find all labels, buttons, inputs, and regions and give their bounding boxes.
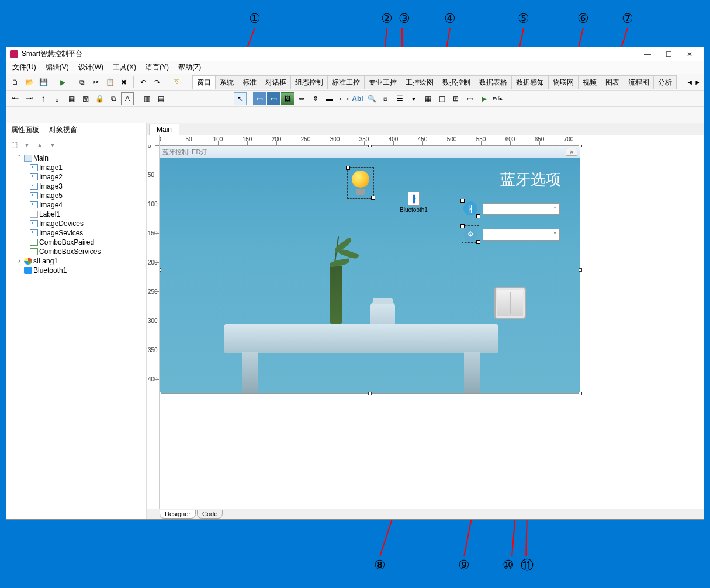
resize-handle[interactable]: [160, 268, 161, 272]
tab-stdind[interactable]: 标准工控: [327, 75, 365, 89]
tree-node[interactable]: Image2: [8, 172, 145, 182]
align-top-icon[interactable]: ⭱: [37, 92, 50, 105]
combobox-services[interactable]: ˅: [483, 229, 560, 241]
copy-button[interactable]: ⧉: [75, 76, 88, 89]
tree-node[interactable]: Image5: [8, 191, 145, 200]
snap-icon[interactable]: ▤: [154, 92, 167, 105]
tab-datasense[interactable]: 数据感知: [511, 75, 549, 89]
tree-node-bluetooth[interactable]: Bluetooth1: [8, 266, 145, 275]
tree-node[interactable]: Image4: [8, 200, 145, 210]
key-button[interactable]: ⚿: [170, 76, 183, 89]
comp-vscroll-icon[interactable]: ⇕: [309, 92, 322, 105]
menu-lang[interactable]: 语言(Y): [142, 61, 172, 74]
tab-analysis[interactable]: 分析: [653, 75, 677, 89]
comp-tree-icon[interactable]: ⧈: [379, 92, 392, 105]
comp-tabs-icon[interactable]: ⊞: [449, 92, 462, 105]
menu-file[interactable]: 文件(U): [9, 61, 40, 74]
grid-icon[interactable]: ▥: [140, 92, 153, 105]
menu-tools[interactable]: 工具(X): [109, 61, 140, 74]
comp-button-icon[interactable]: ▭: [463, 92, 476, 105]
tab-standard[interactable]: 标准: [238, 75, 261, 89]
resize-handle[interactable]: [160, 392, 161, 395]
tab-scroll-right[interactable]: ►: [694, 78, 701, 86]
comp-list-icon[interactable]: ☰: [393, 92, 406, 105]
tree-node-main[interactable]: ˅Main: [8, 154, 145, 163]
delete-button[interactable]: ✖: [117, 76, 130, 89]
comp-form-icon[interactable]: ▭: [253, 92, 266, 105]
new-button[interactable]: 🗋: [9, 76, 22, 89]
maximize-button[interactable]: ☐: [658, 48, 679, 60]
resize-handle[interactable]: [368, 145, 372, 147]
tab-inddraw[interactable]: 工控绘图: [401, 75, 438, 89]
tree-node-silang[interactable]: ›siLang1: [8, 256, 145, 266]
redo-button[interactable]: ↷: [151, 76, 164, 89]
tab-flow[interactable]: 流程图: [624, 75, 654, 89]
image5-switch[interactable]: [494, 287, 526, 319]
form-close-icon[interactable]: ✕: [566, 148, 577, 156]
tab-system[interactable]: 系统: [215, 75, 238, 89]
tree-node[interactable]: ImageSevices: [8, 228, 145, 238]
tab-datatable[interactable]: 数据表格: [475, 75, 512, 89]
comp-label-icon[interactable]: Abl: [351, 92, 364, 105]
comp-edit-icon[interactable]: Edi▸: [491, 92, 504, 105]
tab-iot[interactable]: 物联网: [548, 75, 579, 89]
combobox-paired[interactable]: ˅: [483, 203, 560, 215]
bring-front-icon[interactable]: ▦: [65, 92, 78, 105]
panel-btn-icon[interactable]: ▾: [22, 140, 32, 150]
tab-scroll-left[interactable]: ◄: [686, 78, 693, 86]
tree-node[interactable]: Image3: [8, 182, 145, 191]
resize-handle[interactable]: [579, 268, 582, 272]
comp-play-icon[interactable]: ▶: [477, 92, 490, 105]
tab-proind[interactable]: 专业工控: [364, 75, 401, 89]
comp-hscroll-icon[interactable]: ⇔: [295, 92, 308, 105]
tree-node[interactable]: ComboBoxPaired: [8, 238, 145, 247]
paste-button[interactable]: 📋: [103, 76, 116, 89]
panel-btn-icon[interactable]: ⬚: [9, 140, 19, 150]
menu-edit[interactable]: 编辑(V): [42, 61, 72, 74]
tab-window[interactable]: 窗口: [192, 75, 216, 89]
tab-properties[interactable]: 属性面板: [6, 123, 44, 138]
pointer-tool[interactable]: ↖: [234, 92, 247, 105]
comp-zoom-icon[interactable]: 🔍: [365, 92, 378, 105]
tree-node[interactable]: ImageDevices: [8, 219, 145, 228]
image-services-icon[interactable]: ⚙: [463, 227, 477, 241]
tab-code[interactable]: Code: [197, 510, 223, 519]
comp-combo-icon[interactable]: ▾: [407, 92, 420, 105]
panel-up-icon[interactable]: ▴: [34, 140, 45, 150]
align-right-icon[interactable]: ⭲: [23, 92, 36, 105]
comp-trackbar-icon[interactable]: ⟷: [337, 92, 350, 105]
design-canvas[interactable]: 蓝牙控制LED灯 ✕: [160, 145, 704, 509]
align-left-icon[interactable]: ⭰: [9, 92, 22, 105]
open-button[interactable]: 📂: [23, 76, 36, 89]
tab-chart[interactable]: 图表: [601, 75, 624, 89]
cut-button[interactable]: ✂: [89, 76, 102, 89]
menu-design[interactable]: 设计(W): [75, 61, 107, 74]
lock-icon[interactable]: 🔒: [93, 92, 106, 105]
image2-bulb[interactable]: [351, 171, 370, 196]
resize-handle[interactable]: [579, 145, 582, 147]
form-tab-main[interactable]: Main: [149, 124, 179, 135]
resize-handle[interactable]: [579, 392, 582, 395]
send-back-icon[interactable]: ▧: [79, 92, 92, 105]
tree-node[interactable]: Image1: [8, 163, 145, 172]
tab-dialog[interactable]: 对话框: [261, 75, 291, 89]
label1-options[interactable]: 蓝牙选项: [500, 169, 561, 190]
image-devices-icon[interactable]: ∦: [463, 201, 477, 215]
comp-splitter-icon[interactable]: ◫: [435, 92, 448, 105]
tab-objects[interactable]: 对象视窗: [44, 123, 82, 138]
run-button[interactable]: ▶: [56, 76, 69, 89]
minimize-button[interactable]: —: [637, 48, 658, 60]
resize-handle[interactable]: [368, 392, 372, 395]
object-tree[interactable]: ˅Main Image1 Image2 Image3 Image5 Image4…: [6, 151, 146, 519]
comp-grid-icon[interactable]: ▦: [421, 92, 434, 105]
menu-help[interactable]: 帮助(Z): [175, 61, 205, 74]
tab-datactrl[interactable]: 数据控制: [438, 75, 475, 89]
tab-designer[interactable]: Designer: [160, 510, 196, 519]
design-form[interactable]: 蓝牙控制LED灯 ✕: [160, 145, 580, 394]
align-bottom-icon[interactable]: ⭳: [51, 92, 64, 105]
close-button[interactable]: ✕: [679, 48, 700, 60]
panel-down-icon[interactable]: ▾: [47, 140, 58, 150]
tab-groupctrl[interactable]: 组态控制: [290, 75, 328, 89]
text-icon[interactable]: A: [121, 92, 134, 105]
save-button[interactable]: 💾: [37, 76, 50, 89]
